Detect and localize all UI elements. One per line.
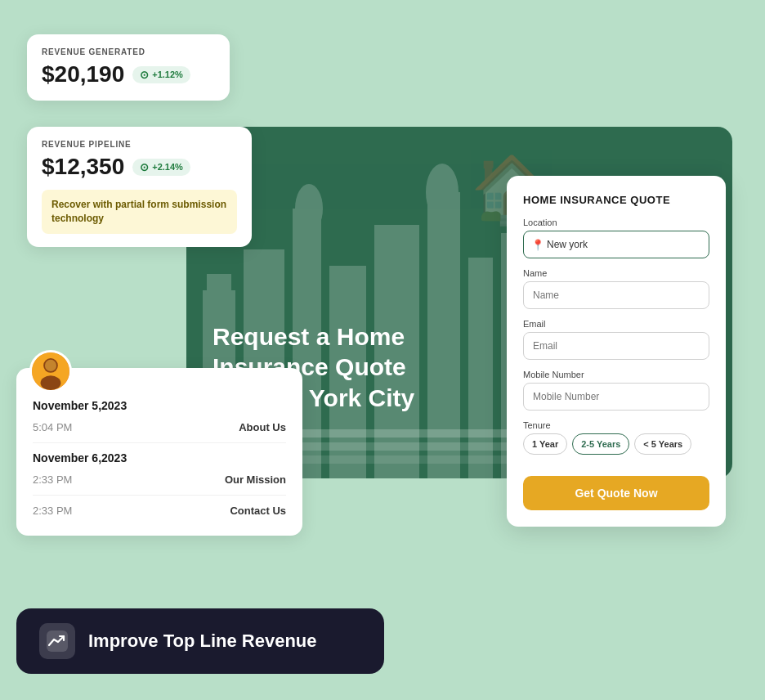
badge-icon: ⊙ — [140, 69, 149, 81]
activity-row-1: 5:04 PM About Us — [33, 417, 286, 438]
revenue-pipeline-card: REVENUE PIPELINE $12,350 ⊙ +2.14% Recove… — [27, 127, 252, 247]
cta-label: Improve Top Line Revenue — [88, 630, 317, 652]
email-input[interactable] — [523, 332, 709, 360]
user-avatar — [29, 350, 72, 393]
activity-page-1: About Us — [239, 421, 286, 433]
activity-content: November 5,2023 5:04 PM About Us Novembe… — [33, 399, 286, 521]
tenure-label: Tenure — [523, 420, 709, 430]
activity-date-1: November 5,2023 — [33, 399, 286, 412]
activity-row-2: 2:33 PM Our Mission — [33, 469, 286, 490]
revenue-generated-value: $20,190 — [42, 61, 124, 88]
tenure-field: Tenure 1 Year 2-5 Years < 5 Years — [523, 420, 709, 455]
svg-point-17 — [41, 375, 61, 390]
activity-row-3: 2:33 PM Contact Us — [33, 500, 286, 521]
tenure-lt5years[interactable]: < 5 Years — [634, 433, 691, 455]
name-input[interactable] — [523, 281, 709, 309]
svg-point-18 — [45, 360, 56, 371]
email-field: Email — [523, 319, 709, 360]
revenue-pipeline-value: $12,350 — [42, 154, 124, 180]
activity-date-2: November 6,2023 — [33, 451, 286, 464]
revenue-pipeline-badge: ⊙ +2.14% — [132, 159, 190, 176]
cta-icon-box — [39, 623, 75, 659]
location-icon: 📍 — [531, 239, 544, 251]
activity-page-3: Contact Us — [230, 505, 286, 517]
revenue-generated-card: REVENUE GENERATED $20,190 ⊙ +1.12% — [27, 34, 230, 101]
name-field: Name — [523, 268, 709, 309]
activity-time-3: 2:33 PM — [33, 505, 72, 517]
tenure-2-5years[interactable]: 2-5 Years — [572, 433, 629, 455]
mobile-field: Mobile Number — [523, 370, 709, 411]
svg-point-14 — [426, 164, 459, 221]
mobile-input[interactable] — [523, 383, 709, 411]
revenue-generated-badge: ⊙ +1.12% — [132, 66, 190, 83]
activity-time-2: 2:33 PM — [33, 473, 72, 486]
activity-time-1: 5:04 PM — [33, 421, 72, 433]
insurance-quote-form: HOME INSURANCE QUOTE Location 📍 Name Ema… — [507, 176, 726, 527]
location-input[interactable] — [523, 231, 709, 258]
svg-rect-1 — [207, 274, 231, 290]
mobile-label: Mobile Number — [523, 370, 709, 379]
activity-divider-1 — [33, 442, 286, 443]
email-label: Email — [523, 319, 709, 329]
activity-divider-2 — [33, 495, 286, 496]
activity-card: November 5,2023 5:04 PM About Us Novembe… — [16, 368, 302, 536]
get-quote-button[interactable]: Get Quote Now — [523, 476, 709, 510]
form-title: HOME INSURANCE QUOTE — [523, 194, 709, 206]
badge-icon-2: ⊙ — [140, 161, 149, 173]
recover-banner: Recover with partial form submission tec… — [42, 190, 237, 234]
location-field: Location 📍 — [523, 218, 709, 258]
revenue-pipeline-label: REVENUE PIPELINE — [42, 140, 237, 149]
location-input-wrapper: 📍 — [523, 231, 709, 258]
revenue-generated-label: REVENUE GENERATED — [42, 47, 215, 56]
location-label: Location — [523, 218, 709, 227]
svg-point-13 — [295, 184, 323, 233]
trending-up-icon — [47, 630, 68, 652]
tenure-options: 1 Year 2-5 Years < 5 Years — [523, 433, 709, 455]
cta-banner[interactable]: Improve Top Line Revenue — [16, 608, 384, 674]
activity-page-2: Our Mission — [225, 473, 286, 486]
tenure-1year[interactable]: 1 Year — [523, 433, 567, 455]
name-label: Name — [523, 268, 709, 278]
